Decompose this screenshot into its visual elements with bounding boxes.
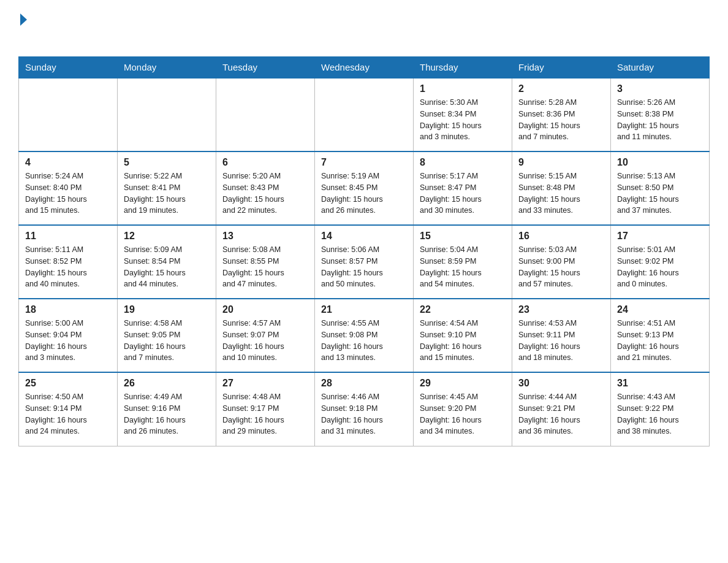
day-info: Sunrise: 5:15 AMSunset: 8:48 PMDaylight:… xyxy=(518,170,604,216)
day-info: Sunrise: 4:57 AMSunset: 9:07 PMDaylight:… xyxy=(222,318,308,364)
day-info: Sunrise: 5:00 AMSunset: 9:04 PMDaylight:… xyxy=(25,318,111,364)
day-number: 24 xyxy=(617,304,703,315)
day-info: Sunrise: 5:13 AMSunset: 8:50 PMDaylight:… xyxy=(617,170,703,216)
calendar-day-cell: 15Sunrise: 5:04 AMSunset: 8:59 PMDayligh… xyxy=(414,225,512,299)
day-number: 14 xyxy=(321,231,407,242)
day-number: 11 xyxy=(25,231,111,242)
weekday-header-thursday: Thursday xyxy=(414,57,512,79)
day-info: Sunrise: 4:58 AMSunset: 9:05 PMDaylight:… xyxy=(124,318,210,364)
calendar-day-cell: 22Sunrise: 4:54 AMSunset: 9:10 PMDayligh… xyxy=(414,299,512,372)
weekday-header-monday: Monday xyxy=(118,57,216,79)
calendar-table: SundayMondayTuesdayWednesdayThursdayFrid… xyxy=(18,56,710,446)
calendar-day-cell: 13Sunrise: 5:08 AMSunset: 8:55 PMDayligh… xyxy=(216,225,315,299)
day-info: Sunrise: 4:48 AMSunset: 9:17 PMDaylight:… xyxy=(222,391,308,437)
day-number: 7 xyxy=(321,157,407,168)
day-number: 18 xyxy=(25,304,111,315)
calendar-day-cell: 12Sunrise: 5:09 AMSunset: 8:54 PMDayligh… xyxy=(118,225,216,299)
day-number: 21 xyxy=(321,304,407,315)
day-number: 8 xyxy=(420,157,506,168)
calendar-day-cell: 3Sunrise: 5:26 AMSunset: 8:38 PMDaylight… xyxy=(611,78,710,151)
day-number: 13 xyxy=(222,231,308,242)
day-number: 12 xyxy=(124,231,210,242)
calendar-week-row: 4Sunrise: 5:24 AMSunset: 8:40 PMDaylight… xyxy=(19,151,710,225)
day-info: Sunrise: 5:03 AMSunset: 9:00 PMDaylight:… xyxy=(518,244,604,290)
calendar-day-cell: 25Sunrise: 4:50 AMSunset: 9:14 PMDayligh… xyxy=(19,372,118,446)
calendar-day-cell: 30Sunrise: 4:44 AMSunset: 9:21 PMDayligh… xyxy=(512,372,611,446)
day-info: Sunrise: 4:44 AMSunset: 9:21 PMDaylight:… xyxy=(518,391,604,437)
day-info: Sunrise: 4:55 AMSunset: 9:08 PMDaylight:… xyxy=(321,318,407,364)
day-info: Sunrise: 5:26 AMSunset: 8:38 PMDaylight:… xyxy=(617,97,703,143)
calendar-day-cell: 10Sunrise: 5:13 AMSunset: 8:50 PMDayligh… xyxy=(611,151,710,225)
calendar-day-cell: 4Sunrise: 5:24 AMSunset: 8:40 PMDaylight… xyxy=(19,151,118,225)
calendar-day-cell: 24Sunrise: 4:51 AMSunset: 9:13 PMDayligh… xyxy=(611,299,710,372)
day-number: 3 xyxy=(617,83,703,94)
logo xyxy=(18,12,27,45)
calendar-day-cell: 19Sunrise: 4:58 AMSunset: 9:05 PMDayligh… xyxy=(118,299,216,372)
day-info: Sunrise: 5:06 AMSunset: 8:57 PMDaylight:… xyxy=(321,244,407,290)
calendar-day-cell: 17Sunrise: 5:01 AMSunset: 9:02 PMDayligh… xyxy=(611,225,710,299)
day-number: 20 xyxy=(222,304,308,315)
day-info: Sunrise: 5:24 AMSunset: 8:40 PMDaylight:… xyxy=(25,170,111,216)
day-number: 29 xyxy=(420,378,506,389)
calendar-day-cell: 11Sunrise: 5:11 AMSunset: 8:52 PMDayligh… xyxy=(19,225,118,299)
day-info: Sunrise: 5:08 AMSunset: 8:55 PMDaylight:… xyxy=(222,244,308,290)
day-number: 1 xyxy=(420,83,506,94)
calendar-day-cell: 20Sunrise: 4:57 AMSunset: 9:07 PMDayligh… xyxy=(216,299,315,372)
calendar-day-cell: 21Sunrise: 4:55 AMSunset: 9:08 PMDayligh… xyxy=(315,299,414,372)
day-info: Sunrise: 4:43 AMSunset: 9:22 PMDaylight:… xyxy=(617,391,703,437)
day-info: Sunrise: 4:51 AMSunset: 9:13 PMDaylight:… xyxy=(617,318,703,364)
day-info: Sunrise: 5:22 AMSunset: 8:41 PMDaylight:… xyxy=(124,170,210,216)
day-number: 19 xyxy=(124,304,210,315)
day-info: Sunrise: 5:20 AMSunset: 8:43 PMDaylight:… xyxy=(222,170,308,216)
calendar-day-cell: 9Sunrise: 5:15 AMSunset: 8:48 PMDaylight… xyxy=(512,151,611,225)
day-info: Sunrise: 4:49 AMSunset: 9:16 PMDaylight:… xyxy=(124,391,210,437)
weekday-header-wednesday: Wednesday xyxy=(315,57,414,79)
calendar-week-row: 11Sunrise: 5:11 AMSunset: 8:52 PMDayligh… xyxy=(19,225,710,299)
weekday-header-tuesday: Tuesday xyxy=(216,57,315,79)
day-info: Sunrise: 5:09 AMSunset: 8:54 PMDaylight:… xyxy=(124,244,210,290)
day-number: 22 xyxy=(420,304,506,315)
day-info: Sunrise: 5:19 AMSunset: 8:45 PMDaylight:… xyxy=(321,170,407,216)
day-info: Sunrise: 5:30 AMSunset: 8:34 PMDaylight:… xyxy=(420,97,506,143)
day-number: 23 xyxy=(518,304,604,315)
day-number: 30 xyxy=(518,378,604,389)
page-header xyxy=(18,12,710,45)
calendar-header-row: SundayMondayTuesdayWednesdayThursdayFrid… xyxy=(19,57,710,79)
day-info: Sunrise: 5:28 AMSunset: 8:36 PMDaylight:… xyxy=(518,97,604,143)
day-info: Sunrise: 5:11 AMSunset: 8:52 PMDaylight:… xyxy=(25,244,111,290)
day-number: 27 xyxy=(222,378,308,389)
calendar-day-cell: 16Sunrise: 5:03 AMSunset: 9:00 PMDayligh… xyxy=(512,225,611,299)
calendar-day-cell xyxy=(19,78,118,151)
day-number: 10 xyxy=(617,157,703,168)
calendar-day-cell: 18Sunrise: 5:00 AMSunset: 9:04 PMDayligh… xyxy=(19,299,118,372)
calendar-day-cell: 31Sunrise: 4:43 AMSunset: 9:22 PMDayligh… xyxy=(611,372,710,446)
weekday-header-saturday: Saturday xyxy=(611,57,710,79)
day-number: 17 xyxy=(617,231,703,242)
day-number: 6 xyxy=(222,157,308,168)
day-number: 25 xyxy=(25,378,111,389)
calendar-day-cell: 29Sunrise: 4:45 AMSunset: 9:20 PMDayligh… xyxy=(414,372,512,446)
calendar-day-cell: 7Sunrise: 5:19 AMSunset: 8:45 PMDaylight… xyxy=(315,151,414,225)
day-info: Sunrise: 4:46 AMSunset: 9:18 PMDaylight:… xyxy=(321,391,407,437)
day-number: 26 xyxy=(124,378,210,389)
calendar-week-row: 25Sunrise: 4:50 AMSunset: 9:14 PMDayligh… xyxy=(19,372,710,446)
calendar-day-cell: 27Sunrise: 4:48 AMSunset: 9:17 PMDayligh… xyxy=(216,372,315,446)
calendar-day-cell xyxy=(216,78,315,151)
day-info: Sunrise: 5:17 AMSunset: 8:47 PMDaylight:… xyxy=(420,170,506,216)
calendar-day-cell: 2Sunrise: 5:28 AMSunset: 8:36 PMDaylight… xyxy=(512,78,611,151)
calendar-day-cell: 26Sunrise: 4:49 AMSunset: 9:16 PMDayligh… xyxy=(118,372,216,446)
day-info: Sunrise: 4:45 AMSunset: 9:20 PMDaylight:… xyxy=(420,391,506,437)
calendar-day-cell: 8Sunrise: 5:17 AMSunset: 8:47 PMDaylight… xyxy=(414,151,512,225)
logo-arrow-icon xyxy=(20,13,27,26)
day-number: 15 xyxy=(420,231,506,242)
calendar-day-cell: 5Sunrise: 5:22 AMSunset: 8:41 PMDaylight… xyxy=(118,151,216,225)
day-number: 16 xyxy=(518,231,604,242)
day-number: 4 xyxy=(25,157,111,168)
day-info: Sunrise: 4:53 AMSunset: 9:11 PMDaylight:… xyxy=(518,318,604,364)
day-number: 31 xyxy=(617,378,703,389)
day-info: Sunrise: 4:50 AMSunset: 9:14 PMDaylight:… xyxy=(25,391,111,437)
calendar-day-cell xyxy=(118,78,216,151)
weekday-header-sunday: Sunday xyxy=(19,57,118,79)
calendar-day-cell: 14Sunrise: 5:06 AMSunset: 8:57 PMDayligh… xyxy=(315,225,414,299)
weekday-header-friday: Friday xyxy=(512,57,611,79)
